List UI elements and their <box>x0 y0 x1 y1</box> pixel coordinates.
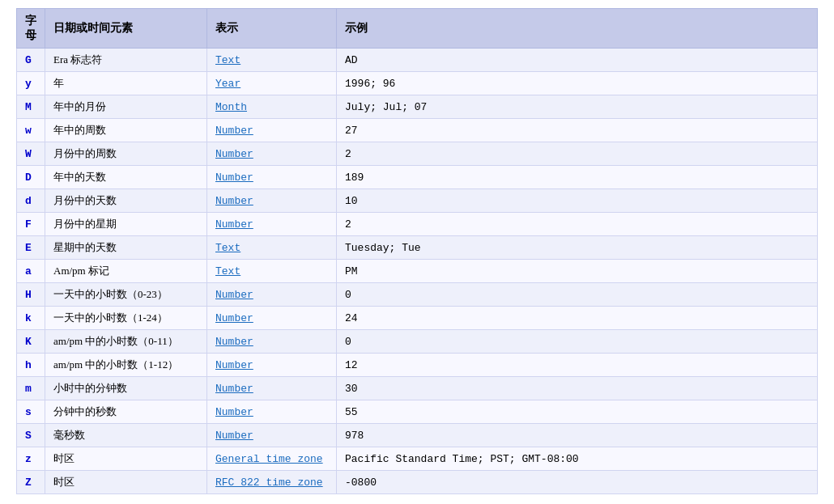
cell-letter: W <box>17 142 45 166</box>
cell-desc: 月份中的天数 <box>45 189 207 213</box>
table-row: F月份中的星期Number2 <box>17 213 818 236</box>
cell-example: 2 <box>337 213 818 236</box>
cell-repr[interactable]: Number <box>207 166 337 189</box>
cell-desc: 时区 <box>45 447 207 471</box>
table-row: Z时区RFC 822 time zone-0800 <box>17 471 818 494</box>
cell-example: Tuesday; Tue <box>337 236 818 260</box>
col-header-example: 示例 <box>337 9 818 49</box>
cell-desc: Era 标志符 <box>45 49 207 72</box>
cell-example: Pacific Standard Time; PST; GMT-08:00 <box>337 447 818 471</box>
cell-letter: a <box>17 260 45 283</box>
cell-example: 189 <box>337 166 818 189</box>
cell-repr[interactable]: Number <box>207 119 337 142</box>
cell-repr[interactable]: Number <box>207 142 337 166</box>
cell-repr[interactable]: Year <box>207 72 337 95</box>
cell-repr[interactable]: Text <box>207 260 337 283</box>
cell-desc: Am/pm 标记 <box>45 260 207 283</box>
cell-example: 12 <box>337 354 818 377</box>
cell-repr[interactable]: Text <box>207 236 337 260</box>
cell-desc: am/pm 中的小时数（0-11） <box>45 330 207 354</box>
cell-letter: M <box>17 95 45 119</box>
table-row: Kam/pm 中的小时数（0-11）Number0 <box>17 330 818 354</box>
cell-letter: K <box>17 330 45 354</box>
table-row: E星期中的天数TextTuesday; Tue <box>17 236 818 260</box>
table-row: z时区General time zonePacific Standard Tim… <box>17 447 818 471</box>
table-row: s分钟中的秒数Number55 <box>17 400 818 424</box>
cell-example: 978 <box>337 424 818 447</box>
col-header-element: 日期或时间元素 <box>45 9 207 49</box>
table-row: W月份中的周数Number2 <box>17 142 818 166</box>
table-row: M年中的月份MonthJuly; Jul; 07 <box>17 95 818 119</box>
cell-example: 10 <box>337 189 818 213</box>
cell-letter: Z <box>17 471 45 494</box>
col-header-letter: 字母 <box>17 9 45 49</box>
table-row: H一天中的小时数（0-23）Number0 <box>17 283 818 307</box>
table-row: ham/pm 中的小时数（1-12）Number12 <box>17 354 818 377</box>
datetime-table: 字母 日期或时间元素 表示 示例 GEra 标志符TextADy年Year199… <box>16 8 818 494</box>
table-row: y年Year1996; 96 <box>17 72 818 95</box>
table-row: d月份中的天数Number10 <box>17 189 818 213</box>
cell-repr[interactable]: Number <box>207 400 337 424</box>
cell-example: 0 <box>337 330 818 354</box>
cell-repr[interactable]: Number <box>207 377 337 400</box>
cell-letter: w <box>17 119 45 142</box>
cell-example: 1996; 96 <box>337 72 818 95</box>
cell-letter: y <box>17 72 45 95</box>
table-row: GEra 标志符TextAD <box>17 49 818 72</box>
cell-letter: h <box>17 354 45 377</box>
cell-desc: 年 <box>45 72 207 95</box>
cell-letter: E <box>17 236 45 260</box>
cell-desc: 小时中的分钟数 <box>45 377 207 400</box>
cell-desc: 一天中的小时数（0-23） <box>45 283 207 307</box>
cell-desc: 年中的月份 <box>45 95 207 119</box>
cell-repr[interactable]: Month <box>207 95 337 119</box>
table-row: S毫秒数Number978 <box>17 424 818 447</box>
cell-letter: H <box>17 283 45 307</box>
cell-example: 27 <box>337 119 818 142</box>
cell-example: -0800 <box>337 471 818 494</box>
cell-repr[interactable]: Number <box>207 213 337 236</box>
cell-example: 24 <box>337 307 818 330</box>
table-row: k一天中的小时数（1-24）Number24 <box>17 307 818 330</box>
cell-desc: 毫秒数 <box>45 424 207 447</box>
cell-desc: 时区 <box>45 471 207 494</box>
cell-repr[interactable]: Number <box>207 424 337 447</box>
cell-repr[interactable]: Number <box>207 307 337 330</box>
cell-desc: 年中的周数 <box>45 119 207 142</box>
cell-example: PM <box>337 260 818 283</box>
table-row: m小时中的分钟数Number30 <box>17 377 818 400</box>
cell-desc: am/pm 中的小时数（1-12） <box>45 354 207 377</box>
table-row: D年中的天数Number189 <box>17 166 818 189</box>
cell-letter: s <box>17 400 45 424</box>
cell-repr[interactable]: Number <box>207 354 337 377</box>
cell-letter: m <box>17 377 45 400</box>
cell-example: 2 <box>337 142 818 166</box>
cell-letter: G <box>17 49 45 72</box>
cell-repr[interactable]: General time zone <box>207 447 337 471</box>
cell-repr[interactable]: RFC 822 time zone <box>207 471 337 494</box>
cell-desc: 年中的天数 <box>45 166 207 189</box>
cell-repr[interactable]: Number <box>207 189 337 213</box>
cell-letter: d <box>17 189 45 213</box>
cell-letter: z <box>17 447 45 471</box>
table-row: w年中的周数Number27 <box>17 119 818 142</box>
cell-desc: 月份中的星期 <box>45 213 207 236</box>
cell-example: 30 <box>337 377 818 400</box>
cell-repr[interactable]: Number <box>207 330 337 354</box>
cell-desc: 月份中的周数 <box>45 142 207 166</box>
cell-letter: k <box>17 307 45 330</box>
cell-desc: 一天中的小时数（1-24） <box>45 307 207 330</box>
cell-letter: D <box>17 166 45 189</box>
table-row: aAm/pm 标记TextPM <box>17 260 818 283</box>
cell-desc: 星期中的天数 <box>45 236 207 260</box>
cell-example: AD <box>337 49 818 72</box>
cell-repr[interactable]: Number <box>207 283 337 307</box>
cell-example: 0 <box>337 283 818 307</box>
cell-example: July; Jul; 07 <box>337 95 818 119</box>
cell-desc: 分钟中的秒数 <box>45 400 207 424</box>
col-header-repr: 表示 <box>207 9 337 49</box>
cell-repr[interactable]: Text <box>207 49 337 72</box>
cell-letter: S <box>17 424 45 447</box>
cell-example: 55 <box>337 400 818 424</box>
table-header: 字母 日期或时间元素 表示 示例 <box>17 9 818 49</box>
